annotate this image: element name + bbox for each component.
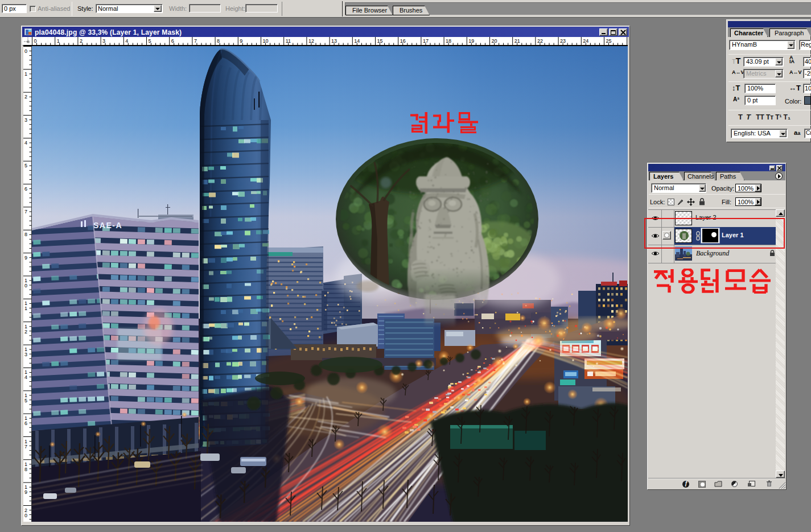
svg-text:1: 1 <box>24 71 27 77</box>
svg-text:0: 0 <box>24 513 27 518</box>
svg-text:6: 6 <box>171 38 174 44</box>
svg-text:8: 8 <box>24 232 27 237</box>
svg-text:3: 3 <box>24 117 27 123</box>
svg-text:4: 4 <box>24 140 27 146</box>
svg-text:3: 3 <box>102 38 105 44</box>
svg-text:0: 0 <box>34 38 37 44</box>
svg-text:7: 7 <box>194 38 197 44</box>
svg-text:0: 0 <box>24 48 27 54</box>
svg-text:9: 9 <box>24 489 27 495</box>
svg-text:9: 9 <box>24 255 27 261</box>
svg-text:2: 2 <box>24 94 27 100</box>
svg-text:6: 6 <box>24 186 27 192</box>
svg-text:3: 3 <box>24 352 27 357</box>
svg-text:1: 1 <box>24 306 27 311</box>
svg-text:2: 2 <box>80 38 83 44</box>
svg-text:4: 4 <box>24 374 27 380</box>
svg-text:9: 9 <box>240 38 242 44</box>
svg-text:7: 7 <box>24 209 27 215</box>
svg-text:8: 8 <box>24 467 27 472</box>
svg-text:6: 6 <box>24 420 27 426</box>
svg-text:4: 4 <box>125 38 128 44</box>
svg-text:5: 5 <box>24 163 27 168</box>
svg-text:8: 8 <box>217 38 220 44</box>
svg-text:1: 1 <box>57 38 60 44</box>
svg-text:5: 5 <box>149 38 151 44</box>
svg-text:SAE-A: SAE-A <box>93 221 122 230</box>
svg-text:2: 2 <box>24 329 27 335</box>
svg-text:5: 5 <box>24 398 27 403</box>
svg-text:0: 0 <box>24 283 27 288</box>
svg-text:7: 7 <box>24 444 27 449</box>
